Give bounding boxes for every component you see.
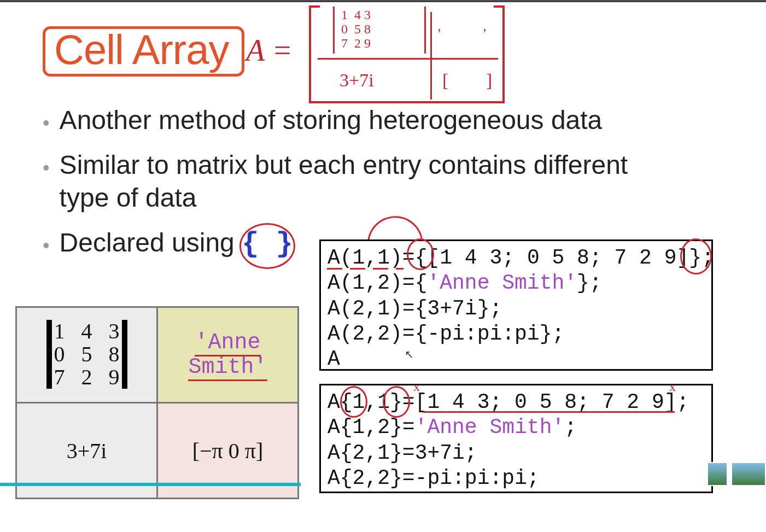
code1-line4: A(2,2)={-pi:pi:pi}; — [328, 322, 564, 346]
video-thumbnails — [707, 462, 766, 486]
slide-title: Cell Array — [54, 26, 229, 73]
annotation-lhs: A = — [246, 33, 293, 67]
annotation-divider-h — [318, 58, 498, 60]
bullet-1: • Another method of storing heterogeneou… — [43, 104, 655, 137]
cell-array-diagram: 1 4 3 0 5 8 7 2 9 'Anne Smith' 3+7i [−π … — [15, 306, 299, 499]
matrix-row-1: 1 4 3 — [54, 320, 120, 343]
hand-underline — [373, 268, 388, 270]
code-block-brace-syntax: A{1,1}=[1 4 3; 0 5 8; 7 2 9]; A{1,2}='An… — [319, 384, 713, 493]
matrix-row-2: 0 5 8 — [54, 343, 120, 366]
hand-underline-code2 — [423, 411, 675, 413]
hand-underline — [327, 268, 342, 270]
code1-line5: A — [328, 347, 340, 371]
annotation-cell22-r: ] — [486, 70, 492, 91]
annotation-a-equals: A = — [246, 33, 293, 68]
matrix-row-3: 7 2 9 — [54, 366, 120, 389]
cell-21-text: 3+7i — [67, 439, 107, 463]
bullet-dot-icon: • — [43, 155, 50, 180]
hand-underline — [350, 268, 365, 270]
cell-12-text: 'Anne Smith' — [188, 330, 267, 381]
annotation-cell12-l: ' — [438, 25, 441, 43]
code1-line3: A(2,1)={3+7i}; — [328, 297, 502, 320]
annotation-cell11: 1 4 3 0 5 8 7 2 9 — [333, 7, 426, 54]
cell-12-string: 'Anne Smith' — [157, 307, 299, 403]
bullet-dot-icon: • — [43, 110, 50, 135]
code1-line1: A(1,1)={[1 4 3; 0 5 8; 7 2 9]}; — [328, 246, 714, 270]
annotation-divider-v — [430, 12, 432, 100]
code2-line1: A{1,1}=[1 4 3; 0 5 8; 7 2 9]; — [328, 390, 689, 414]
annotation-cell22-l: [ — [442, 70, 448, 91]
hand-x-mark: x — [413, 379, 420, 394]
bullet-1-text: Another method of storing heterogeneous … — [60, 104, 655, 137]
code1-line2: A(1,2)={'Anne Smith'}; — [328, 271, 602, 295]
hand-circle-close-brace-2 — [383, 386, 410, 418]
hand-underline — [396, 268, 404, 270]
bullet-2-text: Similar to matrix but each entry contain… — [60, 149, 655, 214]
video-progress-bar[interactable] — [0, 483, 301, 486]
hand-circle-open-brace-2 — [340, 386, 367, 418]
video-thumbnail[interactable] — [707, 462, 728, 486]
hand-circle-close-brace — [680, 238, 712, 274]
cell-11-matrix: 1 4 3 0 5 8 7 2 9 — [16, 307, 157, 403]
code-block-paren-syntax: A(1,1)={[1 4 3; 0 5 8; 7 2 9]}; A(1,2)={… — [319, 239, 713, 371]
code2-line2: A{1,2}='Anne Smith'; — [328, 416, 577, 439]
video-thumbnail[interactable] — [731, 462, 766, 486]
code2-line4: A{2,2}=-pi:pi:pi; — [328, 466, 540, 490]
bullet-3-prefix: Declared using — [60, 228, 242, 257]
hand-x-mark: x — [669, 379, 676, 394]
window-top-border — [0, 0, 766, 2]
title-box: Cell Array — [43, 26, 244, 77]
annotation-cell12-r: ' — [483, 25, 486, 43]
mouse-cursor-icon: ↖ — [405, 348, 414, 361]
matrix-bracket: 1 4 3 0 5 8 7 2 9 — [46, 320, 127, 389]
bullet-2: • Similar to matrix but each entry conta… — [43, 149, 655, 214]
bullet-dot-icon: • — [43, 233, 50, 258]
code2-line3: A{2,1}=3+7i; — [328, 441, 477, 465]
annotation-cell21: 3+7i — [340, 70, 374, 91]
hand-circle-open-brace — [407, 238, 434, 270]
cell-22-text: [−π 0 π] — [192, 439, 264, 463]
curly-braces: { } — [242, 228, 293, 260]
annotation-cell-box: 1 4 3 0 5 8 7 2 9 ' ' 3+7i [ ] — [309, 5, 505, 103]
